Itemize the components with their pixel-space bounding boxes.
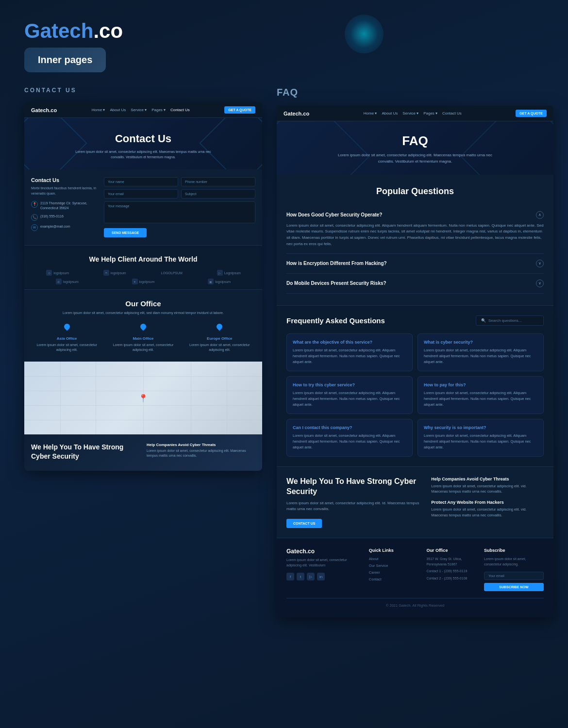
contact-info-desc: Morbi tincidunt faucibus hendrerit lacin… <box>31 186 99 196</box>
faq-grid-section: Frequently Asked Questions 🔍 Search ques… <box>277 305 553 466</box>
logo-item-5: ⊘ logolpsum <box>31 279 103 284</box>
footer-office-address: 3517 W. Gray St. Utica, Pennsylvania 518… <box>426 557 476 567</box>
right-column: FAQ Gatech.co Home ▾ About Us Service ▾ … <box>277 87 553 617</box>
search-icon: 🔍 <box>481 318 486 323</box>
faq-card-1-text: Lorem ipsum dolor sit amet, consectetur … <box>293 347 406 365</box>
nav-link-contact[interactable]: Contact Us <box>170 108 190 112</box>
faq-item-3-header[interactable]: Do Mobile Devices Present Security Risks… <box>286 280 544 287</box>
faq-hero-title: FAQ <box>286 133 544 149</box>
faq-hero: FAQ Lorem ipsum dolor sit amet, consecte… <box>277 121 553 175</box>
faq-card-5-text: Lorem ipsum dolor sit amet, consectetur … <box>293 433 406 450</box>
contact-email: example@mail.com <box>40 224 70 229</box>
contact-bottom-cta: We Help You To Have Strong Cyber Securit… <box>24 434 262 471</box>
faq-contact-us-btn[interactable]: CONTACT US <box>286 519 322 528</box>
form-subject-input[interactable]: Subject <box>181 189 255 199</box>
logo-icon-6: ✦ <box>132 279 138 284</box>
faq-nav-service[interactable]: Service ▾ <box>402 111 418 116</box>
logo-icon-5: ⊘ <box>56 279 62 284</box>
faq-nav-home[interactable]: Home ▾ <box>364 111 377 116</box>
faq-item-3: Do Mobile Devices Present Security Risks… <box>286 274 544 294</box>
world-help-title: We Help Client Around The World <box>31 255 255 263</box>
nav-link-home[interactable]: Home ▾ <box>92 108 105 112</box>
office-cards: Asia Office Lorem ipsum dolor sit amet, … <box>31 324 255 352</box>
faq-item-1-header[interactable]: How Does Good Cyber Security Operate? ∧ <box>286 211 544 219</box>
faq-grid-title: Frequently Asked Questions <box>286 316 385 325</box>
faq-cta-right: Help Companies Avoid Cyber Threats Lorem… <box>431 477 544 524</box>
footer-quick-links-col: Quick Links About Our Service Career Con… <box>369 548 419 591</box>
popular-q-title: Popular Questions <box>286 186 544 197</box>
office-section: Our Office Lorem ipsum dolor sit amet, c… <box>24 289 262 362</box>
social-facebook-icon[interactable]: f <box>286 573 294 580</box>
footer-divider <box>286 598 544 598</box>
contact-form-area: Your name Phone number Your email Subjec… <box>104 177 255 237</box>
footer-link-contact[interactable]: Contact <box>369 577 419 581</box>
faq-mini-nav: Gatech.co Home ▾ About Us Service ▾ Page… <box>277 106 553 121</box>
contact-nav-cta-btn[interactable]: GET A QUOTE <box>224 106 255 114</box>
contact-address: 2119 Thornridge Cir. Syracuse, Connectic… <box>40 201 99 211</box>
contact-section-label: CONTACT US <box>24 87 262 94</box>
faq-chevron-2[interactable]: ∨ <box>536 260 544 267</box>
faq-card-1-title: What are the objective of this service? <box>293 340 406 345</box>
office-pin-asia <box>62 324 72 333</box>
faq-cta-desc: Lorem ipsum dolor sit amet, consectetur … <box>286 500 421 512</box>
social-twitter-icon[interactable]: t <box>297 573 304 580</box>
faq-item-2-header[interactable]: How is Encryption Different From Hacking… <box>286 260 544 267</box>
office-card-europe: Europe Office Lorem ipsum dolor sit amet… <box>184 324 255 352</box>
footer-link-service[interactable]: Our Service <box>369 563 419 568</box>
footer-office-contact1: Contact 1 - (239) 555-0119 <box>426 569 476 574</box>
footer-link-career[interactable]: Career <box>369 570 419 575</box>
form-name-input[interactable]: Your name <box>104 177 178 186</box>
brand-blue: Gatech <box>24 19 93 42</box>
map-pin: 📍 <box>138 394 148 403</box>
faq-nav-about[interactable]: About Us <box>382 111 398 116</box>
faq-chevron-1[interactable]: ∧ <box>536 211 544 219</box>
faq-q-3: Do Mobile Devices Present Security Risks… <box>286 281 386 286</box>
footer-quick-links-title: Quick Links <box>369 548 419 553</box>
faq-cta-main-title: We Help You To Have Strong Cyber Securit… <box>286 477 421 497</box>
nav-link-about[interactable]: About Us <box>110 108 126 112</box>
address-icon: 📍 <box>31 201 38 208</box>
logo-text-5: logolpsum <box>63 280 79 283</box>
footer-link-about[interactable]: About <box>369 557 419 561</box>
nav-link-service[interactable]: Service ▾ <box>131 108 147 112</box>
contact-nav-brand-white: .co <box>49 107 57 113</box>
faq-nav-contact[interactable]: Contact Us <box>442 111 462 116</box>
footer-subscribe-desc: Lorem ipsum dolor sit amet, consectetur … <box>484 557 544 567</box>
contact-nav-brand-blue: Gatech <box>31 107 49 113</box>
faq-card-4: How to pay for this? Lorem ipsum dolor s… <box>418 376 544 414</box>
faq-cta-item1-title: Help Companies Avoid Cyber Threats <box>431 477 544 481</box>
faq-nav-pages[interactable]: Pages ▾ <box>423 111 437 116</box>
faq-card-5: Can I contact this company? Lorem ipsum … <box>286 419 413 457</box>
form-email-input[interactable]: Your email <box>104 189 178 199</box>
form-message-textarea[interactable]: Your message <box>104 201 255 223</box>
faq-footer-grid: Gatech.co Lorem ipsum dolor sit amet, co… <box>286 548 544 591</box>
faq-card-2-title: What is cyber security? <box>424 340 537 345</box>
faq-cards-grid: What are the objective of this service? … <box>286 333 544 457</box>
contact-hero-text: Lorem ipsum dolor sit amet, consectetur … <box>75 149 211 160</box>
social-youtube-icon[interactable]: ▷ <box>307 573 315 580</box>
left-column: CONTACT US Gatech.co Home ▾ About Us Ser… <box>24 87 262 617</box>
logos-grid-2: ⊘ logolpsum ✦ logolpsum ▣ logolpsum <box>31 279 255 284</box>
logo-text-2: logolpsum <box>111 271 126 275</box>
office-pin-main <box>138 324 148 333</box>
faq-chevron-3[interactable]: ∨ <box>536 280 544 287</box>
faq-cta-left: We Help You To Have Strong Cyber Securit… <box>286 477 421 529</box>
logo-text-7: logolpsum <box>215 280 231 283</box>
faq-card-4-title: How to pay for this? <box>424 382 537 387</box>
send-message-btn[interactable]: SEND MESSAGE <box>104 228 147 237</box>
footer-copyright: © 2021 Gatech. All Rights Reserved <box>286 603 544 608</box>
nav-link-pages[interactable]: Pages ▾ <box>151 108 166 112</box>
faq-search-box[interactable]: 🔍 Search questions... <box>476 315 544 326</box>
faq-nav-cta-btn[interactable]: GET A QUOTE <box>516 110 547 117</box>
social-linkedin-icon[interactable]: in <box>317 573 325 580</box>
subscribe-btn[interactable]: SUBSCRIBE NOW <box>484 583 544 591</box>
contact-cta-right: Help Companies Avoid Cyber Threats Lorem… <box>147 443 255 463</box>
main-brand-logo: Gatech.co <box>24 19 123 43</box>
faq-hero-text: Lorem ipsum dolor sit amet, consectetur … <box>333 152 498 165</box>
footer-brand-white: .co <box>306 548 315 555</box>
office-name-main: Main Office <box>107 336 179 341</box>
form-phone-input[interactable]: Phone number <box>181 177 255 186</box>
map-container: 📍 <box>24 362 262 434</box>
footer-office-contact2: Contact 2 - (239) 555-0108 <box>426 576 476 581</box>
footer-email-input[interactable]: Your email <box>484 572 544 580</box>
